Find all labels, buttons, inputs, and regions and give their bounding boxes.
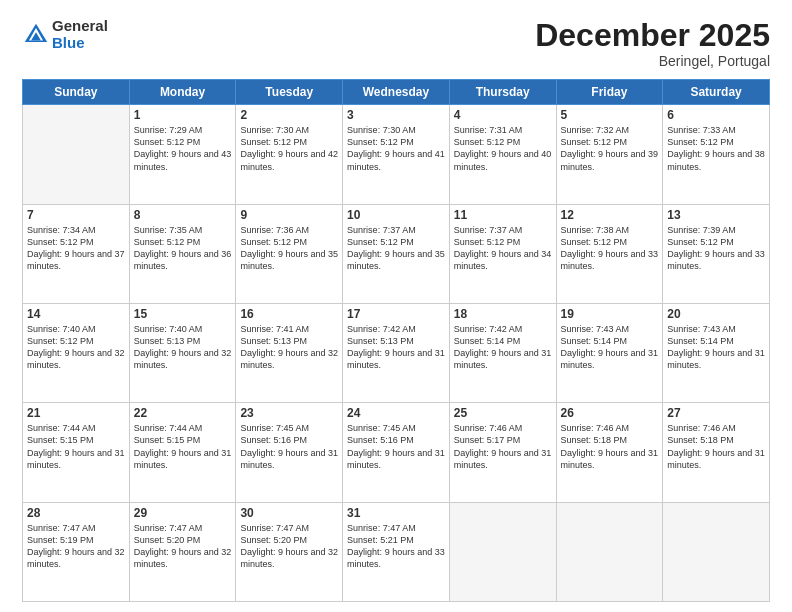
day-info: Sunrise: 7:42 AM Sunset: 5:13 PM Dayligh…: [347, 323, 445, 372]
day-info: Sunrise: 7:44 AM Sunset: 5:15 PM Dayligh…: [27, 422, 125, 471]
day-number: 19: [561, 307, 659, 321]
calendar-body: 1 Sunrise: 7:29 AM Sunset: 5:12 PM Dayli…: [23, 105, 770, 602]
day-number: 11: [454, 208, 552, 222]
calendar-header-row: SundayMondayTuesdayWednesdayThursdayFrid…: [23, 80, 770, 105]
day-number: 28: [27, 506, 125, 520]
day-info: Sunrise: 7:47 AM Sunset: 5:20 PM Dayligh…: [134, 522, 232, 571]
day-info: Sunrise: 7:29 AM Sunset: 5:12 PM Dayligh…: [134, 124, 232, 173]
month-title: December 2025: [535, 18, 770, 53]
day-info: Sunrise: 7:47 AM Sunset: 5:20 PM Dayligh…: [240, 522, 338, 571]
calendar-cell: 6 Sunrise: 7:33 AM Sunset: 5:12 PM Dayli…: [663, 105, 770, 204]
day-info: Sunrise: 7:31 AM Sunset: 5:12 PM Dayligh…: [454, 124, 552, 173]
calendar-cell: 24 Sunrise: 7:45 AM Sunset: 5:16 PM Dayl…: [343, 403, 450, 502]
location: Beringel, Portugal: [535, 53, 770, 69]
calendar-cell: 19 Sunrise: 7:43 AM Sunset: 5:14 PM Dayl…: [556, 303, 663, 402]
day-header-saturday: Saturday: [663, 80, 770, 105]
day-info: Sunrise: 7:32 AM Sunset: 5:12 PM Dayligh…: [561, 124, 659, 173]
day-info: Sunrise: 7:44 AM Sunset: 5:15 PM Dayligh…: [134, 422, 232, 471]
title-block: December 2025 Beringel, Portugal: [535, 18, 770, 69]
calendar-cell: 27 Sunrise: 7:46 AM Sunset: 5:18 PM Dayl…: [663, 403, 770, 502]
calendar-cell: 17 Sunrise: 7:42 AM Sunset: 5:13 PM Dayl…: [343, 303, 450, 402]
calendar-cell: 4 Sunrise: 7:31 AM Sunset: 5:12 PM Dayli…: [449, 105, 556, 204]
day-number: 20: [667, 307, 765, 321]
day-number: 21: [27, 406, 125, 420]
day-number: 6: [667, 108, 765, 122]
logo-icon: [22, 21, 50, 49]
calendar-cell: 16 Sunrise: 7:41 AM Sunset: 5:13 PM Dayl…: [236, 303, 343, 402]
day-info: Sunrise: 7:47 AM Sunset: 5:21 PM Dayligh…: [347, 522, 445, 571]
calendar-cell: 26 Sunrise: 7:46 AM Sunset: 5:18 PM Dayl…: [556, 403, 663, 502]
calendar-cell: 3 Sunrise: 7:30 AM Sunset: 5:12 PM Dayli…: [343, 105, 450, 204]
logo-text: General Blue: [52, 18, 108, 51]
day-info: Sunrise: 7:30 AM Sunset: 5:12 PM Dayligh…: [347, 124, 445, 173]
calendar-cell: [23, 105, 130, 204]
day-number: 8: [134, 208, 232, 222]
day-info: Sunrise: 7:36 AM Sunset: 5:12 PM Dayligh…: [240, 224, 338, 273]
day-header-wednesday: Wednesday: [343, 80, 450, 105]
calendar-cell: 7 Sunrise: 7:34 AM Sunset: 5:12 PM Dayli…: [23, 204, 130, 303]
calendar-cell: [449, 502, 556, 601]
day-info: Sunrise: 7:34 AM Sunset: 5:12 PM Dayligh…: [27, 224, 125, 273]
day-info: Sunrise: 7:35 AM Sunset: 5:12 PM Dayligh…: [134, 224, 232, 273]
calendar-cell: [663, 502, 770, 601]
calendar-cell: 2 Sunrise: 7:30 AM Sunset: 5:12 PM Dayli…: [236, 105, 343, 204]
day-info: Sunrise: 7:45 AM Sunset: 5:16 PM Dayligh…: [347, 422, 445, 471]
day-info: Sunrise: 7:43 AM Sunset: 5:14 PM Dayligh…: [561, 323, 659, 372]
day-info: Sunrise: 7:37 AM Sunset: 5:12 PM Dayligh…: [454, 224, 552, 273]
week-row-3: 21 Sunrise: 7:44 AM Sunset: 5:15 PM Dayl…: [23, 403, 770, 502]
week-row-2: 14 Sunrise: 7:40 AM Sunset: 5:12 PM Dayl…: [23, 303, 770, 402]
day-number: 2: [240, 108, 338, 122]
calendar-table: SundayMondayTuesdayWednesdayThursdayFrid…: [22, 79, 770, 602]
day-info: Sunrise: 7:33 AM Sunset: 5:12 PM Dayligh…: [667, 124, 765, 173]
week-row-1: 7 Sunrise: 7:34 AM Sunset: 5:12 PM Dayli…: [23, 204, 770, 303]
day-info: Sunrise: 7:46 AM Sunset: 5:18 PM Dayligh…: [667, 422, 765, 471]
day-number: 29: [134, 506, 232, 520]
page: General Blue December 2025 Beringel, Por…: [0, 0, 792, 612]
day-number: 14: [27, 307, 125, 321]
day-info: Sunrise: 7:38 AM Sunset: 5:12 PM Dayligh…: [561, 224, 659, 273]
calendar-cell: 30 Sunrise: 7:47 AM Sunset: 5:20 PM Dayl…: [236, 502, 343, 601]
day-info: Sunrise: 7:40 AM Sunset: 5:12 PM Dayligh…: [27, 323, 125, 372]
day-number: 24: [347, 406, 445, 420]
day-header-monday: Monday: [129, 80, 236, 105]
day-number: 17: [347, 307, 445, 321]
day-info: Sunrise: 7:46 AM Sunset: 5:18 PM Dayligh…: [561, 422, 659, 471]
day-info: Sunrise: 7:39 AM Sunset: 5:12 PM Dayligh…: [667, 224, 765, 273]
week-row-0: 1 Sunrise: 7:29 AM Sunset: 5:12 PM Dayli…: [23, 105, 770, 204]
day-number: 13: [667, 208, 765, 222]
day-number: 12: [561, 208, 659, 222]
day-info: Sunrise: 7:40 AM Sunset: 5:13 PM Dayligh…: [134, 323, 232, 372]
day-number: 26: [561, 406, 659, 420]
calendar-cell: 28 Sunrise: 7:47 AM Sunset: 5:19 PM Dayl…: [23, 502, 130, 601]
day-info: Sunrise: 7:41 AM Sunset: 5:13 PM Dayligh…: [240, 323, 338, 372]
logo-general: General: [52, 18, 108, 35]
day-number: 31: [347, 506, 445, 520]
calendar-cell: [556, 502, 663, 601]
day-info: Sunrise: 7:30 AM Sunset: 5:12 PM Dayligh…: [240, 124, 338, 173]
calendar-cell: 21 Sunrise: 7:44 AM Sunset: 5:15 PM Dayl…: [23, 403, 130, 502]
header: General Blue December 2025 Beringel, Por…: [22, 18, 770, 69]
day-number: 27: [667, 406, 765, 420]
day-info: Sunrise: 7:46 AM Sunset: 5:17 PM Dayligh…: [454, 422, 552, 471]
calendar-cell: 22 Sunrise: 7:44 AM Sunset: 5:15 PM Dayl…: [129, 403, 236, 502]
day-number: 25: [454, 406, 552, 420]
day-number: 23: [240, 406, 338, 420]
day-number: 1: [134, 108, 232, 122]
calendar-cell: 25 Sunrise: 7:46 AM Sunset: 5:17 PM Dayl…: [449, 403, 556, 502]
calendar-cell: 12 Sunrise: 7:38 AM Sunset: 5:12 PM Dayl…: [556, 204, 663, 303]
day-info: Sunrise: 7:43 AM Sunset: 5:14 PM Dayligh…: [667, 323, 765, 372]
day-number: 15: [134, 307, 232, 321]
calendar-cell: 1 Sunrise: 7:29 AM Sunset: 5:12 PM Dayli…: [129, 105, 236, 204]
calendar-cell: 20 Sunrise: 7:43 AM Sunset: 5:14 PM Dayl…: [663, 303, 770, 402]
calendar-cell: 31 Sunrise: 7:47 AM Sunset: 5:21 PM Dayl…: [343, 502, 450, 601]
calendar-cell: 14 Sunrise: 7:40 AM Sunset: 5:12 PM Dayl…: [23, 303, 130, 402]
day-number: 30: [240, 506, 338, 520]
day-number: 18: [454, 307, 552, 321]
week-row-4: 28 Sunrise: 7:47 AM Sunset: 5:19 PM Dayl…: [23, 502, 770, 601]
day-number: 10: [347, 208, 445, 222]
calendar-cell: 18 Sunrise: 7:42 AM Sunset: 5:14 PM Dayl…: [449, 303, 556, 402]
day-header-sunday: Sunday: [23, 80, 130, 105]
day-number: 3: [347, 108, 445, 122]
calendar-cell: 23 Sunrise: 7:45 AM Sunset: 5:16 PM Dayl…: [236, 403, 343, 502]
day-number: 4: [454, 108, 552, 122]
